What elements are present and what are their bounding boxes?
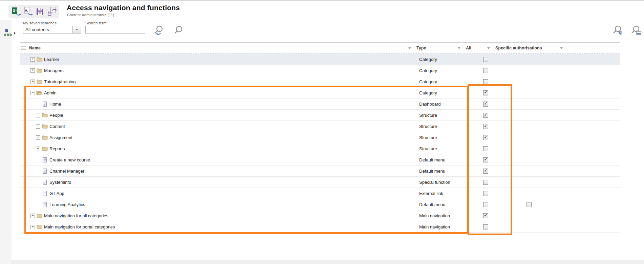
expand-toggle-icon[interactable] [30,225,35,229]
specific-cell [493,98,565,109]
table-row[interactable]: Assignment Structure [20,132,620,143]
search-term-input[interactable] [85,26,145,34]
name-cell: Main navigation for portal categories [20,221,414,232]
empty-cell [565,154,620,165]
table-row[interactable]: Admin Category [20,87,620,98]
column-header-type[interactable]: Type [414,43,463,53]
row-type: Category [419,57,437,62]
row-name: Admin [44,90,57,95]
all-checkbox[interactable] [483,135,488,140]
column-header-specific[interactable]: Specific authorisations [493,43,565,53]
expand-toggle-icon[interactable] [36,147,40,151]
all-checkbox[interactable] [483,180,488,185]
dropdown-button[interactable] [72,26,81,33]
type-cell: Dashboard [414,98,463,109]
all-checkbox[interactable] [483,202,488,207]
search-icon[interactable] [172,24,185,37]
search-reset-icon[interactable] [152,24,165,37]
all-cell [463,199,493,210]
all-checkbox[interactable] [483,124,488,129]
table-row[interactable]: Learning Analytics Default menu [20,199,620,210]
specific-cell [493,110,565,120]
menu-icon[interactable] [21,46,26,50]
search-settings-icon[interactable] [611,24,624,37]
all-checkbox[interactable] [483,146,488,151]
all-checkbox[interactable] [483,224,488,229]
type-cell: Category [414,87,463,98]
specific-cell [493,65,565,76]
table-row[interactable]: Main navigation for portal categories Ma… [20,221,620,233]
column-header-name[interactable]: Name [20,43,414,53]
all-checkbox[interactable] [483,191,488,196]
all-checkbox[interactable] [483,213,488,218]
expand-toggle-icon[interactable] [30,68,35,73]
type-cell: Default menu [414,154,463,165]
table-row[interactable]: Home Dashboard [20,98,620,110]
row-name: Tutoring/training [44,79,76,84]
all-checkbox[interactable] [483,169,488,174]
chevron-down-icon [76,29,78,30]
specific-checkbox[interactable] [527,202,532,207]
expand-toggle-icon[interactable] [36,113,40,117]
empty-cell [565,210,620,221]
table-row[interactable]: Learner Category [20,54,620,65]
specific-cell [493,177,565,188]
all-checkbox[interactable] [483,68,488,73]
expand-toggle-icon[interactable] [30,57,35,62]
specific-cell [493,210,565,221]
name-cell: Admin [20,87,414,98]
excel-export-icon[interactable]: X [11,6,21,17]
all-checkbox[interactable] [483,90,488,95]
table-row[interactable]: Reports Structure [20,143,620,154]
expand-toggle-icon[interactable] [36,135,40,140]
search-profile-icon[interactable] [630,24,643,37]
table-row[interactable]: Systeminfo Special function [20,177,620,188]
name-cell: Learner [20,54,414,65]
row-name: People [49,113,63,118]
column-filter-caret-icon[interactable] [408,47,411,49]
all-checkbox[interactable] [483,79,488,84]
column-filter-caret-icon[interactable] [560,47,563,49]
table-row[interactable]: GT App External link [20,188,620,199]
empty-cell [565,98,620,109]
empty-cell [565,221,620,232]
table-row[interactable]: Tutoring/training Category [20,76,620,87]
empty-cell [565,199,620,210]
all-checkbox[interactable] [483,102,488,107]
empty-cell [565,76,620,87]
save-icon[interactable] [35,6,45,17]
specific-cell [493,132,565,143]
table-row[interactable]: Main navigation for all categories Main … [20,210,620,221]
tree-expand-caret-icon[interactable] [14,32,16,35]
row-name: Main navigation for portal categories [44,224,115,229]
all-checkbox[interactable] [483,57,488,62]
expand-toggle-icon[interactable] [30,91,35,95]
column-filter-caret-icon[interactable] [487,47,490,49]
name-cell: Content [20,121,414,132]
type-cell: Structure [414,110,463,120]
empty-cell [565,166,620,176]
table-row[interactable]: Channel Manager Default menu [20,166,620,177]
saved-searches-dropdown[interactable]: All contents [23,26,81,34]
row-type-icon [42,113,48,118]
all-checkbox[interactable] [483,157,488,162]
expand-toggle-icon[interactable] [30,214,35,218]
expand-toggle-icon[interactable] [30,80,35,84]
name-cell: People [20,110,414,120]
table-row[interactable]: Create a new course Default menu [20,154,620,166]
table-row[interactable]: Managers Category [20,65,620,76]
row-type: Structure [419,124,437,129]
specific-cell [493,199,565,210]
row-type-icon [42,202,48,207]
column-filter-caret-icon[interactable] [458,47,460,49]
table-row[interactable]: People Structure [20,110,620,121]
all-cell [463,65,493,76]
table-row[interactable]: Content Structure [20,121,620,132]
saved-searches-label: My saved searches [23,21,57,25]
column-header-all[interactable]: All [463,43,493,53]
all-checkbox[interactable] [483,113,488,118]
save-and-transfer-icon[interactable] [47,6,57,17]
tree-view-icon[interactable] [3,28,12,37]
expand-toggle-icon[interactable] [36,124,40,129]
document-export-icon[interactable]: a, [23,6,33,17]
